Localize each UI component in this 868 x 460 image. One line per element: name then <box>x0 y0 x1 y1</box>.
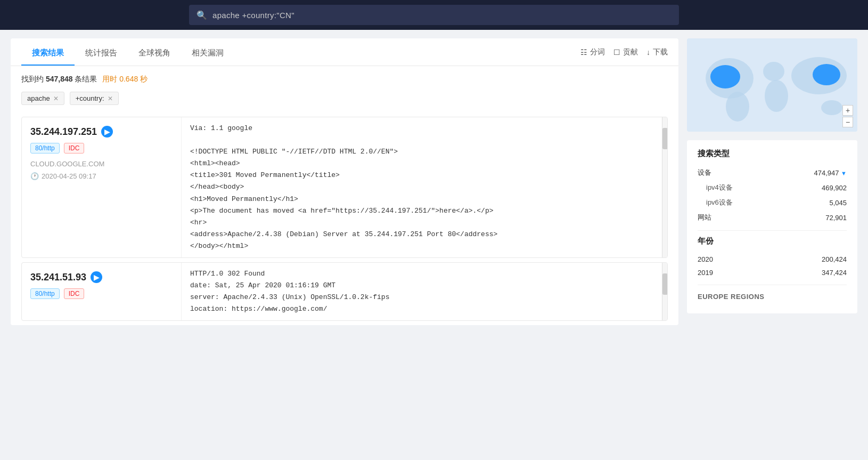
stats-row-2020: 2020 200,424 <box>698 253 847 266</box>
svg-point-2 <box>726 92 749 122</box>
main-wrap: 搜索结果 统计报告 全球视角 相关漏洞 ☷ 分词 ☐ 贡献 ↓ 下载 <box>11 38 857 325</box>
dropdown-arrow[interactable]: ▼ <box>841 170 847 176</box>
scrollbar-0[interactable] <box>662 117 667 257</box>
scrollbar-thumb-0 <box>662 128 667 149</box>
tag-country-close[interactable]: ✕ <box>108 95 113 102</box>
tab-actions: ☷ 分词 ☐ 贡献 ↓ 下载 <box>580 47 668 57</box>
result-domain-0: CLOUD.GOOGLE.COM <box>30 160 173 168</box>
badge-port-0: 80/http <box>30 143 60 154</box>
badges-1: 80/http IDC <box>30 288 173 299</box>
map-svg <box>687 38 857 132</box>
top-nav: 🔍 apache +country:"CN" <box>0 0 868 30</box>
result-ip-0: 35.244.197.251 ▶ <box>30 126 173 138</box>
download-icon: ↓ <box>646 48 650 57</box>
europe-title: EUROPE REGIONS <box>698 293 847 301</box>
tag-apache-label: apache <box>27 94 50 102</box>
contribute-icon: ☐ <box>613 48 620 57</box>
badge-port-1: 80/http <box>30 288 60 299</box>
map-zoom-in[interactable]: + <box>842 105 853 116</box>
stats-row-2019: 2019 347,424 <box>698 266 847 279</box>
svg-point-8 <box>821 100 842 115</box>
badge-idc-0: IDC <box>64 143 85 154</box>
action-contribute[interactable]: ☐ 贡献 <box>613 47 638 57</box>
year-title: 年份 <box>698 236 847 246</box>
svg-point-6 <box>710 65 740 88</box>
stats-divider-2 <box>698 285 847 285</box>
tag-apache: apache ✕ <box>21 92 64 105</box>
map-controls: + − <box>842 105 853 127</box>
scrollbar-1[interactable] <box>662 263 667 320</box>
tab-statistics[interactable]: 统计报告 <box>75 38 128 66</box>
stats-label-2020: 2020 <box>698 255 713 263</box>
result-card-1: 35.241.51.93 ▶ 80/http IDC HTTP/1.0 302 … <box>21 262 668 321</box>
stats-label-ipv4: ipv4设备 <box>706 183 733 192</box>
result-right-0: Via: 1.1 google <!DOCTYPE HTML PUBLIC "-… <box>182 117 667 257</box>
result-time: 用时 0.648 秒 <box>102 75 148 83</box>
ip-address-1: 35.241.51.93 <box>30 272 86 283</box>
tags-row: apache ✕ +country: ✕ <box>11 90 678 112</box>
badges-0: 80/http IDC <box>30 143 173 154</box>
svg-point-7 <box>813 64 840 85</box>
search-input[interactable]: apache +country:"CN" <box>212 11 294 20</box>
svg-point-3 <box>763 62 784 81</box>
stats-label-website: 网站 <box>698 213 711 222</box>
segment-icon: ☷ <box>580 48 587 57</box>
result-date-0: 🕐 2020-04-25 09:17 <box>30 172 173 180</box>
tab-global-view[interactable]: 全球视角 <box>128 38 181 66</box>
stats-val-2020: 200,424 <box>822 255 847 263</box>
ip-arrow-0[interactable]: ▶ <box>101 126 113 138</box>
tabs: 搜索结果 统计报告 全球视角 相关漏洞 ☷ 分词 ☐ 贡献 ↓ 下载 <box>11 38 678 66</box>
stats-label-device: 设备 <box>698 168 711 177</box>
stats-val-device: 474,947 ▼ <box>814 169 847 177</box>
result-left-0: 35.244.197.251 ▶ 80/http IDC CLOUD.GOOGL… <box>22 117 182 257</box>
stats-val-ipv4: 469,902 <box>822 184 847 192</box>
stats-row-website: 网站 72,901 <box>698 210 847 225</box>
stats-card: 搜索类型 设备 474,947 ▼ ipv4设备 469,902 ipv6设备 … <box>687 140 857 313</box>
left-panel: 搜索结果 统计报告 全球视角 相关漏洞 ☷ 分词 ☐ 贡献 ↓ 下载 <box>11 38 678 325</box>
stats-divider-1 <box>698 230 847 231</box>
result-right-1: HTTP/1.0 302 Found date: Sat, 25 Apr 202… <box>182 263 667 320</box>
result-count: 547,848 <box>46 75 73 83</box>
date-text-0: 2020-04-25 09:17 <box>42 172 96 180</box>
ip-arrow-1[interactable]: ▶ <box>91 271 102 283</box>
ip-address-0: 35.244.197.251 <box>30 126 97 138</box>
stats-val-2019: 347,424 <box>822 269 847 277</box>
stats-label-ipv6: ipv6设备 <box>706 198 733 207</box>
stats-row-ipv6: ipv6设备 5,045 <box>698 195 847 210</box>
tab-related-vuln[interactable]: 相关漏洞 <box>181 38 234 66</box>
scrollbar-thumb-1 <box>662 273 667 295</box>
stats-row-device: 设备 474,947 ▼ <box>698 165 847 180</box>
search-icon: 🔍 <box>196 10 207 20</box>
tab-search-results[interactable]: 搜索结果 <box>21 38 75 66</box>
stats-val-website: 72,901 <box>825 214 847 222</box>
stats-row-ipv4: ipv4设备 469,902 <box>698 180 847 195</box>
action-segment[interactable]: ☷ 分词 <box>580 47 605 57</box>
tag-country-label: +country: <box>76 94 104 102</box>
result-card-0: 35.244.197.251 ▶ 80/http IDC CLOUD.GOOGL… <box>21 117 668 258</box>
stats-val-ipv6: 5,045 <box>829 199 847 207</box>
result-ip-1: 35.241.51.93 ▶ <box>30 271 173 283</box>
search-type-title: 搜索类型 <box>698 149 847 159</box>
badge-idc-1: IDC <box>64 288 85 299</box>
action-download[interactable]: ↓ 下载 <box>646 47 668 57</box>
tag-country: +country: ✕ <box>70 92 119 105</box>
svg-point-4 <box>765 80 788 112</box>
europe-section: EUROPE REGIONS <box>698 293 847 301</box>
result-left-1: 35.241.51.93 ▶ 80/http IDC <box>22 263 182 320</box>
clock-icon-0: 🕐 <box>30 172 39 180</box>
tag-apache-close[interactable]: ✕ <box>53 95 59 102</box>
map-zoom-out[interactable]: − <box>842 117 853 127</box>
search-bar[interactable]: 🔍 apache +country:"CN" <box>189 5 679 25</box>
result-code-1: HTTP/1.0 302 Found date: Sat, 25 Apr 202… <box>190 268 659 315</box>
stats-label-2019: 2019 <box>698 269 713 277</box>
right-panel: + − 搜索类型 设备 474,947 ▼ ipv4设备 469,902 ipv… <box>687 38 857 325</box>
result-info: 找到约 547,848 条结果 用时 0.648 秒 <box>11 66 678 90</box>
world-map: + − <box>687 38 857 132</box>
result-code-0: Via: 1.1 google <!DOCTYPE HTML PUBLIC "-… <box>190 123 659 252</box>
map-card: + − <box>687 38 857 132</box>
